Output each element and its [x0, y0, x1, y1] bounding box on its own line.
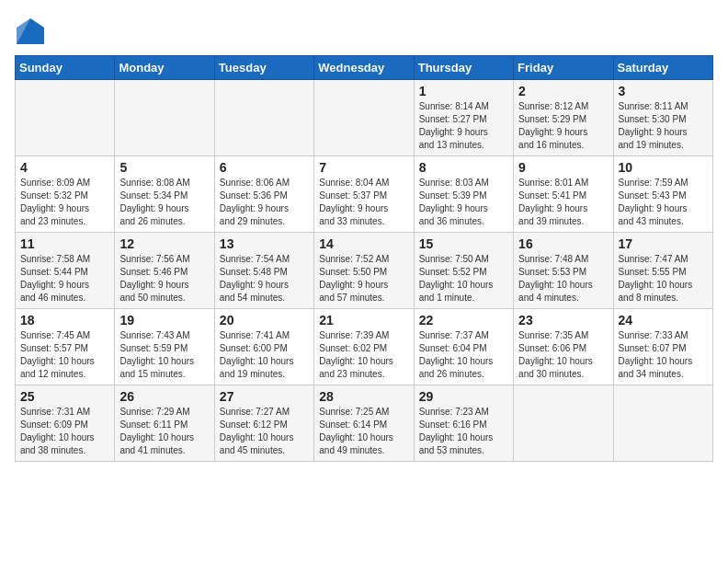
day-number: 7: [319, 160, 408, 175]
day-number: 12: [119, 236, 209, 251]
calendar-cell: [16, 80, 115, 156]
day-number: 20: [220, 313, 309, 327]
day-number: 25: [20, 389, 109, 404]
calendar-cell: 14Sunrise: 7:52 AM Sunset: 5:50 PM Dayli…: [314, 233, 414, 309]
day-number: 16: [518, 236, 608, 251]
calendar-cell: 11Sunrise: 7:58 AM Sunset: 5:44 PM Dayli…: [16, 233, 115, 309]
calendar-cell: 27Sunrise: 7:27 AM Sunset: 6:12 PM Dayli…: [214, 385, 313, 462]
col-header-friday: Friday: [514, 56, 613, 80]
day-number: 4: [20, 160, 109, 175]
calendar-cell: 15Sunrise: 7:50 AM Sunset: 5:52 PM Dayli…: [414, 233, 513, 309]
col-header-sunday: Sunday: [16, 56, 115, 80]
cell-info-text: Sunrise: 7:50 AM Sunset: 5:52 PM Dayligh…: [419, 253, 508, 304]
cell-info-text: Sunrise: 7:33 AM Sunset: 6:07 PM Dayligh…: [619, 329, 708, 381]
cell-info-text: Sunrise: 7:54 AM Sunset: 5:48 PM Dayligh…: [220, 253, 309, 304]
calendar-header-row: SundayMondayTuesdayWednesdayThursdayFrid…: [16, 56, 713, 80]
day-number: 23: [518, 313, 608, 327]
cell-info-text: Sunrise: 7:43 AM Sunset: 5:59 PM Dayligh…: [119, 329, 209, 381]
calendar-cell: 17Sunrise: 7:47 AM Sunset: 5:55 PM Dayli…: [613, 233, 712, 309]
day-number: 24: [619, 313, 708, 327]
calendar-cell: 5Sunrise: 8:08 AM Sunset: 5:34 PM Daylig…: [115, 156, 214, 233]
calendar-week-5: 25Sunrise: 7:31 AM Sunset: 6:09 PM Dayli…: [16, 385, 713, 462]
col-header-tuesday: Tuesday: [214, 56, 313, 80]
cell-info-text: Sunrise: 8:12 AM Sunset: 5:29 PM Dayligh…: [518, 100, 608, 152]
logo: [15, 18, 44, 48]
calendar-week-3: 11Sunrise: 7:58 AM Sunset: 5:44 PM Dayli…: [16, 233, 713, 309]
day-number: 28: [319, 389, 408, 404]
day-number: 1: [419, 84, 508, 98]
cell-info-text: Sunrise: 7:25 AM Sunset: 6:14 PM Dayligh…: [319, 406, 408, 457]
calendar-cell: 22Sunrise: 7:37 AM Sunset: 6:04 PM Dayli…: [414, 309, 513, 385]
day-number: 14: [319, 236, 408, 251]
cell-info-text: Sunrise: 7:39 AM Sunset: 6:02 PM Dayligh…: [319, 329, 408, 381]
day-number: 22: [419, 313, 508, 327]
calendar-week-1: 1Sunrise: 8:14 AM Sunset: 5:27 PM Daylig…: [16, 80, 713, 156]
day-number: 17: [619, 236, 708, 251]
cell-info-text: Sunrise: 8:03 AM Sunset: 5:39 PM Dayligh…: [419, 177, 508, 228]
calendar-cell: 10Sunrise: 7:59 AM Sunset: 5:43 PM Dayli…: [613, 156, 712, 233]
col-header-wednesday: Wednesday: [314, 56, 414, 80]
calendar-cell: 18Sunrise: 7:45 AM Sunset: 5:57 PM Dayli…: [16, 309, 115, 385]
calendar-cell: [314, 80, 414, 156]
calendar-week-4: 18Sunrise: 7:45 AM Sunset: 5:57 PM Dayli…: [16, 309, 713, 385]
calendar-cell: 9Sunrise: 8:01 AM Sunset: 5:41 PM Daylig…: [514, 156, 613, 233]
calendar-cell: 3Sunrise: 8:11 AM Sunset: 5:30 PM Daylig…: [613, 80, 712, 156]
day-number: 11: [20, 236, 109, 251]
calendar-cell: [115, 80, 214, 156]
logo-icon: [17, 18, 44, 44]
calendar-week-2: 4Sunrise: 8:09 AM Sunset: 5:32 PM Daylig…: [16, 156, 713, 233]
day-number: 13: [220, 236, 309, 251]
cell-info-text: Sunrise: 7:56 AM Sunset: 5:46 PM Dayligh…: [119, 253, 209, 304]
calendar-cell: 16Sunrise: 7:48 AM Sunset: 5:53 PM Dayli…: [514, 233, 613, 309]
cell-info-text: Sunrise: 8:14 AM Sunset: 5:27 PM Dayligh…: [419, 100, 508, 152]
calendar-cell: 23Sunrise: 7:35 AM Sunset: 6:06 PM Dayli…: [514, 309, 613, 385]
cell-info-text: Sunrise: 7:59 AM Sunset: 5:43 PM Dayligh…: [619, 177, 708, 228]
calendar-cell: [613, 385, 712, 462]
day-number: 19: [119, 313, 209, 327]
col-header-monday: Monday: [115, 56, 214, 80]
cell-info-text: Sunrise: 7:37 AM Sunset: 6:04 PM Dayligh…: [419, 329, 508, 381]
calendar-cell: 1Sunrise: 8:14 AM Sunset: 5:27 PM Daylig…: [414, 80, 513, 156]
calendar-cell: 24Sunrise: 7:33 AM Sunset: 6:07 PM Dayli…: [613, 309, 712, 385]
calendar-cell: 13Sunrise: 7:54 AM Sunset: 5:48 PM Dayli…: [214, 233, 313, 309]
calendar-cell: 29Sunrise: 7:23 AM Sunset: 6:16 PM Dayli…: [414, 385, 513, 462]
calendar-cell: [514, 385, 613, 462]
calendar-cell: 4Sunrise: 8:09 AM Sunset: 5:32 PM Daylig…: [16, 156, 115, 233]
cell-info-text: Sunrise: 7:35 AM Sunset: 6:06 PM Dayligh…: [518, 329, 608, 381]
day-number: 8: [419, 160, 508, 175]
day-number: 15: [419, 236, 508, 251]
day-number: 29: [419, 389, 508, 404]
cell-info-text: Sunrise: 7:23 AM Sunset: 6:16 PM Dayligh…: [419, 406, 508, 457]
cell-info-text: Sunrise: 7:41 AM Sunset: 6:00 PM Dayligh…: [220, 329, 309, 381]
calendar-cell: 25Sunrise: 7:31 AM Sunset: 6:09 PM Dayli…: [16, 385, 115, 462]
calendar-table: SundayMondayTuesdayWednesdayThursdayFrid…: [15, 55, 713, 462]
calendar-cell: 7Sunrise: 8:04 AM Sunset: 5:37 PM Daylig…: [314, 156, 414, 233]
cell-info-text: Sunrise: 8:06 AM Sunset: 5:36 PM Dayligh…: [220, 177, 309, 228]
calendar-cell: 8Sunrise: 8:03 AM Sunset: 5:39 PM Daylig…: [414, 156, 513, 233]
cell-info-text: Sunrise: 7:52 AM Sunset: 5:50 PM Dayligh…: [319, 253, 408, 304]
day-number: 9: [518, 160, 608, 175]
cell-info-text: Sunrise: 8:09 AM Sunset: 5:32 PM Dayligh…: [20, 177, 109, 228]
calendar-cell: 21Sunrise: 7:39 AM Sunset: 6:02 PM Dayli…: [314, 309, 414, 385]
day-number: 3: [619, 84, 708, 98]
day-number: 5: [119, 160, 209, 175]
cell-info-text: Sunrise: 7:47 AM Sunset: 5:55 PM Dayligh…: [619, 253, 708, 304]
day-number: 2: [518, 84, 608, 98]
day-number: 21: [319, 313, 408, 327]
cell-info-text: Sunrise: 8:08 AM Sunset: 5:34 PM Dayligh…: [119, 177, 209, 228]
cell-info-text: Sunrise: 7:27 AM Sunset: 6:12 PM Dayligh…: [220, 406, 309, 457]
cell-info-text: Sunrise: 7:48 AM Sunset: 5:53 PM Dayligh…: [518, 253, 608, 304]
day-number: 6: [220, 160, 309, 175]
cell-info-text: Sunrise: 8:04 AM Sunset: 5:37 PM Dayligh…: [319, 177, 408, 228]
day-number: 18: [20, 313, 109, 327]
calendar-cell: [214, 80, 313, 156]
calendar-cell: 6Sunrise: 8:06 AM Sunset: 5:36 PM Daylig…: [214, 156, 313, 233]
day-number: 27: [220, 389, 309, 404]
cell-info-text: Sunrise: 7:45 AM Sunset: 5:57 PM Dayligh…: [20, 329, 109, 381]
cell-info-text: Sunrise: 8:11 AM Sunset: 5:30 PM Dayligh…: [619, 100, 708, 152]
calendar-cell: 28Sunrise: 7:25 AM Sunset: 6:14 PM Dayli…: [314, 385, 414, 462]
calendar-cell: 20Sunrise: 7:41 AM Sunset: 6:00 PM Dayli…: [214, 309, 313, 385]
calendar-cell: 26Sunrise: 7:29 AM Sunset: 6:11 PM Dayli…: [115, 385, 214, 462]
calendar-cell: 12Sunrise: 7:56 AM Sunset: 5:46 PM Dayli…: [115, 233, 214, 309]
page-header: [15, 15, 713, 48]
